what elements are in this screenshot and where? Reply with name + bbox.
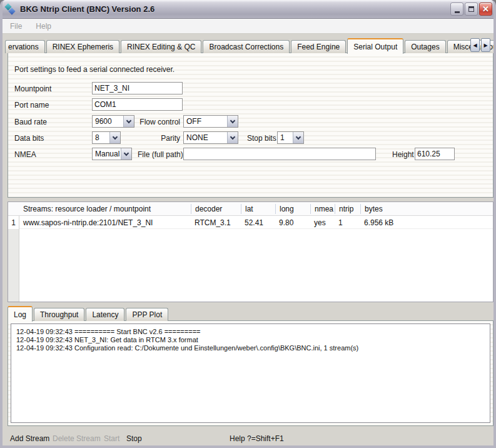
cell-nmea: yes	[310, 218, 335, 227]
mountpoint-input[interactable]	[92, 82, 183, 94]
chevron-down-icon	[230, 118, 235, 123]
tab-scroll-controls: ◀ ▶	[470, 38, 490, 52]
streams-table: Streams: resource loader / mountpoint de…	[8, 201, 493, 302]
column-header-bytes[interactable]: bytes	[360, 204, 493, 214]
stop-bits-value: 1	[278, 133, 293, 142]
log-panel: 12-04-19 09:32:43 ========== Start BNC v…	[8, 320, 493, 426]
parity-value: NONE	[184, 133, 227, 142]
file-path-label: File (full path)	[138, 150, 183, 159]
log-line: 12-04-19 09:32:43 Configuration read: C:…	[16, 344, 485, 352]
serial-output-panel: Port settings to feed a serial connected…	[8, 53, 493, 198]
parity-select[interactable]: NONE	[183, 131, 238, 144]
maximize-icon	[468, 6, 474, 12]
file-path-input[interactable]	[183, 148, 376, 160]
nmea-dropdown-button[interactable]	[121, 148, 131, 160]
close-button[interactable]: ✕	[479, 3, 492, 16]
log-line: 12-04-19 09:32:43 NET_3_NI: Get data in …	[16, 336, 485, 344]
baud-rate-select[interactable]: 9600	[92, 115, 134, 128]
stop-bits-label: Stop bits	[247, 134, 276, 143]
cell-long: 9.80	[275, 218, 310, 227]
nmea-select[interactable]: Manual	[92, 148, 132, 160]
flow-control-dropdown-button[interactable]	[227, 116, 238, 127]
close-icon: ✕	[482, 4, 489, 14]
flow-control-value: OFF	[184, 117, 227, 126]
row-number: 1	[8, 216, 19, 229]
tab-latency[interactable]: Latency	[86, 308, 124, 321]
tab-outages[interactable]: Outages	[405, 40, 445, 53]
main-tab-bar: ervations RINEX Ephemeris RINEX Editing …	[5, 37, 492, 53]
tab-ppp-plot[interactable]: PPP Plot	[126, 308, 168, 321]
parity-label: Parity	[130, 134, 180, 143]
mountpoint-label: Mountpoint	[14, 84, 51, 93]
chevron-down-icon	[124, 150, 129, 155]
log-line: 12-04-19 09:32:43 ========== Start BNC v…	[16, 328, 485, 336]
stop-bits-select[interactable]: 1	[277, 131, 304, 144]
tab-serial-output[interactable]: Serial Output	[347, 38, 403, 54]
cell-decoder: RTCM_3.1	[191, 218, 241, 227]
cell-ntrip: 1	[335, 218, 360, 227]
tab-feed-engine[interactable]: Feed Engine	[291, 40, 346, 53]
tab-broadcast-corrections[interactable]: Broadcast Corrections	[203, 40, 290, 53]
cell-lat: 52.41	[241, 218, 275, 227]
start-button[interactable]: Start	[104, 434, 119, 443]
table-header-row: Streams: resource loader / mountpoint de…	[8, 202, 493, 216]
nmea-label: NMEA	[14, 150, 36, 159]
delete-stream-button[interactable]: Delete Stream	[53, 434, 101, 443]
panel-description: Port settings to feed a serial connected…	[14, 65, 175, 74]
cell-mountpoint: www.sapos-ni-ntrip.de:2101/NET_3_NI	[19, 218, 191, 227]
column-header-ntrip[interactable]: ntrip	[335, 204, 360, 214]
height-label: Height	[392, 150, 414, 159]
maximize-button[interactable]	[465, 3, 478, 16]
menu-file[interactable]: File	[10, 22, 22, 31]
table-row[interactable]: 1 www.sapos-ni-ntrip.de:2101/NET_3_NI RT…	[8, 216, 493, 229]
parity-dropdown-button[interactable]	[227, 132, 238, 143]
menu-bar: File Help	[3, 19, 493, 34]
flow-control-label: Flow control	[130, 118, 180, 126]
help-shortcut-label: Help ?=Shift+F1	[230, 434, 284, 443]
window-title: BKG Ntrip Client (BNC) Version 2.6	[20, 4, 154, 14]
action-bar: Add Stream Delete Stream Start Stop Help…	[3, 432, 493, 448]
data-bits-dropdown-button[interactable]	[109, 132, 120, 143]
chevron-down-icon	[230, 134, 235, 139]
arrow-left-icon: ◀	[473, 43, 477, 48]
port-name-label: Port name	[14, 101, 49, 109]
nmea-value: Manual	[93, 150, 121, 158]
cell-bytes: 6.956 kB	[360, 218, 493, 227]
title-bar[interactable]: BKG Ntrip Client (BNC) Version 2.6 ✕	[0, 0, 496, 19]
tab-throughput[interactable]: Throughput	[34, 308, 84, 321]
column-header-decoder[interactable]: decoder	[191, 204, 241, 214]
tab-scroll-left-button[interactable]: ◀	[470, 38, 480, 52]
minimize-button[interactable]	[450, 3, 463, 16]
menu-help[interactable]: Help	[36, 22, 51, 31]
log-output[interactable]: 12-04-19 09:32:43 ========== Start BNC v…	[11, 323, 490, 423]
window-controls: ✕	[450, 3, 492, 16]
add-stream-button[interactable]: Add Stream	[10, 434, 49, 443]
data-bits-label: Data bits	[14, 134, 44, 143]
chevron-down-icon	[113, 134, 118, 139]
stop-bits-dropdown-button[interactable]	[293, 132, 303, 143]
column-header-mountpoint[interactable]: Streams: resource loader / mountpoint	[19, 204, 191, 214]
baud-rate-value: 9600	[93, 117, 123, 126]
bnc-window: BKG Ntrip Client (BNC) Version 2.6 ✕ Fil…	[0, 0, 496, 448]
minimize-icon	[455, 11, 460, 13]
tab-scroll-right-button[interactable]: ▶	[481, 38, 490, 52]
tab-rinex-ephemeris[interactable]: RINEX Ephemeris	[46, 40, 119, 53]
column-header-long[interactable]: long	[275, 204, 310, 214]
arrow-right-icon: ▶	[483, 43, 487, 48]
header-gutter-cell	[8, 204, 19, 214]
bottom-tab-bar: Log Throughput Latency PPP Plot	[8, 306, 170, 321]
column-header-nmea[interactable]: nmea	[310, 204, 335, 214]
chevron-down-icon	[296, 134, 301, 139]
tab-log[interactable]: Log	[8, 306, 33, 322]
port-name-input[interactable]	[92, 98, 183, 111]
data-bits-select[interactable]: 8	[92, 131, 121, 144]
stop-button[interactable]: Stop	[126, 434, 142, 443]
column-header-lat[interactable]: lat	[241, 204, 275, 214]
tab-rinex-editing-qc[interactable]: RINEX Editing & QC	[121, 40, 201, 53]
flow-control-select[interactable]: OFF	[183, 115, 238, 128]
baud-rate-label: Baud rate	[14, 118, 47, 126]
height-input[interactable]	[415, 148, 455, 160]
tab-observations[interactable]: ervations	[5, 40, 45, 53]
bnc-app-icon	[5, 4, 16, 15]
data-bits-value: 8	[93, 133, 109, 142]
